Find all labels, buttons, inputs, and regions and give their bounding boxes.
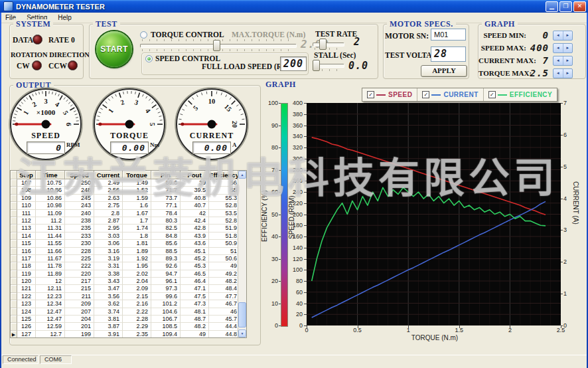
slider-thumb[interactable]: [213, 40, 220, 51]
table-cell: 11.55: [36, 240, 65, 247]
slider-thumb[interactable]: [319, 39, 327, 50]
torque-control-radio[interactable]: [140, 31, 147, 39]
table-row[interactable]: 11711.672253.191.9289.345.250.6: [11, 255, 240, 262]
table-cell: 3.47: [94, 285, 123, 292]
table-row[interactable]: 12112.112153.472.0997.347.148.4: [11, 285, 240, 292]
tick-mark: [561, 294, 563, 294]
legend-item-speed[interactable]: ✓ SPEED: [362, 88, 417, 101]
table-row[interactable]: ▶12712.71993.912.35109.44944.8: [11, 331, 240, 338]
close-button[interactable]: ✕: [573, 1, 586, 12]
scroll-down-icon[interactable]: ▼: [238, 329, 246, 337]
cw-led-indicator: [32, 60, 42, 70]
table-cell: 115: [17, 240, 36, 247]
spin-left-icon[interactable]: ◂: [553, 69, 563, 78]
table-row[interactable]: 11611.662283.161.8988.545.151: [11, 248, 240, 255]
tick-mark: [561, 103, 563, 104]
table-row[interactable]: 11211.22382.871.780.342.452.8: [11, 217, 240, 225]
spin-right-icon[interactable]: ▸: [563, 44, 573, 52]
col-torque[interactable]: Torque: [123, 171, 151, 179]
tick-mark: [304, 103, 307, 104]
max-torque-slider[interactable]: [140, 39, 297, 51]
tick-mark: [304, 304, 307, 304]
tick-label: 160: [285, 233, 303, 240]
torque-max-spinner[interactable]: ◂▸: [553, 68, 573, 78]
table-row[interactable]: 10810.862482.561.5271.739.555: [11, 187, 240, 194]
efficiency-checkbox[interactable]: ✓: [488, 91, 496, 98]
spin-right-icon[interactable]: ▸: [563, 69, 573, 78]
graph-settings-panel: GRAPH SPEED MIN: 0 ◂▸ SPEED MAX: 400 ◂▸ …: [478, 24, 586, 79]
col-efficiency[interactable]: Efficiency: [209, 171, 240, 179]
scroll-up-icon[interactable]: ▲: [238, 171, 246, 179]
slider-thumb[interactable]: [313, 60, 320, 71]
spin-right-icon[interactable]: ▸: [563, 56, 573, 65]
col-pout[interactable]: Pout: [181, 171, 209, 179]
table-row[interactable]: 10710.752502.491.4969.63956: [11, 179, 240, 187]
table-row[interactable]: 11411.442333.031.884.843.951.8: [11, 232, 240, 240]
speed-max-spinner[interactable]: ◂▸: [553, 43, 573, 53]
table-row[interactable]: 12312.342093.622.16101.247.346.7: [11, 300, 240, 308]
tick-label: 40: [263, 233, 278, 240]
current-max-spinner[interactable]: ◂▸: [553, 56, 573, 66]
tick-label: 320: [285, 144, 303, 151]
table-cell: 110: [17, 202, 36, 209]
table-cell: 240: [65, 210, 94, 217]
col-current[interactable]: Current: [94, 171, 123, 179]
tick-mark: [561, 167, 563, 167]
table-cell: 40.8: [181, 195, 209, 202]
table-row[interactable]: 11911.892203.382.0294.746.549.2: [11, 270, 240, 278]
table-row[interactable]: 12512.472043.812.28106.748.745.7: [11, 316, 240, 323]
table-row[interactable]: 11010.982432.751.677.140.752.8: [11, 202, 240, 209]
table-cell: 199: [65, 331, 94, 338]
table-row[interactable]: 12212.232113.562.1599.647.547.7: [11, 293, 240, 300]
col-pin[interactable]: Pin: [151, 171, 181, 179]
legend-item-efficiency[interactable]: ✓ EFFICIENCY: [484, 88, 557, 101]
test-rate-slider[interactable]: [313, 38, 344, 50]
apply-button[interactable]: APPLY: [421, 65, 467, 77]
legend-item-current[interactable]: ✓ CURRENT: [417, 88, 483, 101]
table-row[interactable]: 120122173.432.0496.146.448.2: [11, 278, 240, 285]
table-cell: 250: [65, 179, 94, 187]
table-cell: 3.16: [94, 248, 123, 255]
current-checkbox[interactable]: ✓: [422, 91, 429, 98]
tick-label: 70: [263, 167, 278, 173]
spin-left-icon[interactable]: ◂: [553, 44, 563, 52]
table-row[interactable]: 12412.472073.742.22104.648.146: [11, 308, 240, 316]
table-row[interactable]: 10910.862452.631.5973.740.855.3: [11, 195, 240, 202]
table-cell: 11.78: [36, 262, 65, 270]
minimize-button[interactable]: ▁: [546, 1, 558, 12]
results-table[interactable]: Step Time Speed Current Torque Pin Pout …: [10, 170, 247, 338]
scrollbar-thumb[interactable]: [238, 302, 246, 327]
col-time[interactable]: Time: [36, 171, 65, 179]
speed-checkbox[interactable]: ✓: [367, 91, 374, 98]
table-scrollbar[interactable]: ▲ ▼: [238, 171, 246, 337]
full-load-speed-field[interactable]: 200: [280, 56, 307, 71]
chart-plot-area[interactable]: [307, 103, 561, 325]
table-cell: 89.3: [151, 255, 181, 262]
stall-slider[interactable]: [313, 59, 344, 71]
row-marker: [11, 195, 17, 202]
table-row[interactable]: 11811.782223.311.9592.645.349: [11, 262, 240, 270]
maximize-button[interactable]: ❐: [559, 1, 572, 12]
col-speed[interactable]: Speed: [65, 171, 94, 179]
spin-left-icon[interactable]: ◂: [553, 56, 563, 65]
test-voltage-input[interactable]: 28: [431, 46, 466, 62]
table-cell: 1.92: [123, 255, 151, 262]
spin-left-icon[interactable]: ◂: [553, 31, 563, 40]
table-row[interactable]: 11311.312352.951.7482.542.851.9: [11, 225, 240, 232]
speed-min-spinner[interactable]: ◂▸: [553, 31, 573, 41]
motor-sn-input[interactable]: [431, 29, 466, 41]
spin-right-icon[interactable]: ▸: [563, 31, 573, 40]
col-step[interactable]: Step: [17, 171, 36, 179]
start-button[interactable]: START: [96, 31, 132, 67]
table-row[interactable]: 11511.552303.061.8185.643.650.9: [11, 240, 240, 247]
table-cell: 55: [209, 187, 240, 194]
tick-label: 7: [563, 100, 577, 106]
speed-control-radio[interactable]: [145, 55, 153, 62]
com-port-status: COM6: [40, 355, 72, 364]
app-icon: [3, 1, 13, 11]
row-marker: [11, 179, 17, 187]
table-row[interactable]: 12612.592013.872.29108.548.244.4: [11, 323, 240, 330]
menu-help[interactable]: Help: [52, 14, 77, 21]
title-bar[interactable]: DYNAMOMETER TESTER ▁ ❐ ✕: [0, 0, 588, 13]
table-row[interactable]: 11111.092402.81.6778.44253.5: [11, 210, 240, 217]
